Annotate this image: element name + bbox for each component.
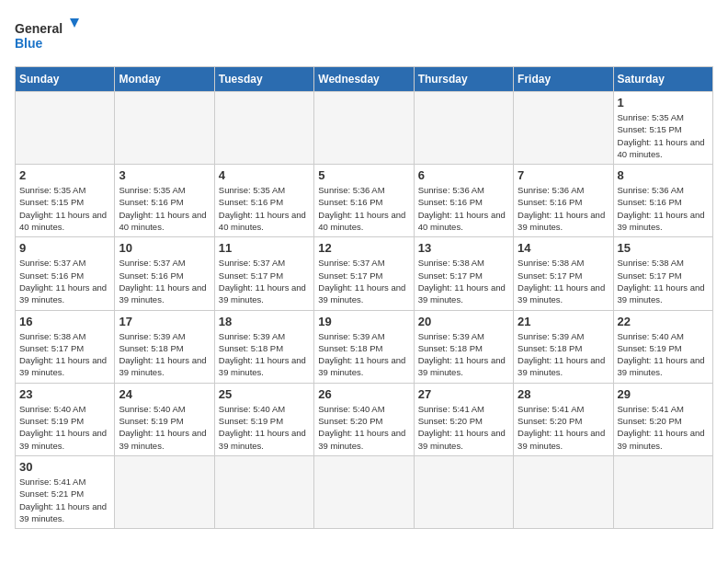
- day-info: Sunrise: 5:41 AMSunset: 5:21 PMDaylight:…: [19, 476, 110, 524]
- day-info: Sunrise: 5:41 AMSunset: 5:20 PMDaylight:…: [618, 403, 709, 452]
- day-number: 19: [318, 315, 409, 328]
- weekday-header-sunday: Sunday: [16, 67, 115, 92]
- calendar-cell: 2Sunrise: 5:35 AMSunset: 5:15 PMDaylight…: [16, 165, 115, 237]
- day-number: 25: [219, 387, 310, 401]
- calendar-cell: [115, 92, 214, 165]
- week-row-5: 30Sunrise: 5:41 AMSunset: 5:21 PMDayligh…: [16, 455, 713, 528]
- day-number: 14: [518, 241, 609, 255]
- calendar-cell: 20Sunrise: 5:39 AMSunset: 5:18 PMDayligh…: [414, 310, 513, 383]
- svg-text:Blue: Blue: [15, 36, 43, 51]
- calendar-cell: 10Sunrise: 5:37 AMSunset: 5:16 PMDayligh…: [115, 237, 214, 310]
- day-info: Sunrise: 5:40 AMSunset: 5:20 PMDaylight:…: [318, 403, 409, 452]
- day-number: 17: [119, 315, 210, 328]
- day-info: Sunrise: 5:35 AMSunset: 5:15 PMDaylight:…: [19, 184, 110, 233]
- calendar-cell: [414, 92, 513, 165]
- day-info: Sunrise: 5:41 AMSunset: 5:20 PMDaylight:…: [418, 403, 509, 452]
- day-number: 20: [418, 315, 509, 328]
- day-number: 5: [318, 168, 409, 182]
- day-info: Sunrise: 5:36 AMSunset: 5:16 PMDaylight:…: [518, 184, 609, 233]
- calendar-cell: 27Sunrise: 5:41 AMSunset: 5:20 PMDayligh…: [414, 383, 513, 455]
- day-number: 9: [19, 241, 110, 255]
- weekday-header-thursday: Thursday: [414, 67, 513, 92]
- logo: General Blue: [15, 15, 79, 55]
- calendar-cell: [514, 455, 613, 528]
- day-number: 26: [318, 387, 409, 401]
- calendar-cell: [214, 455, 313, 528]
- day-number: 1: [618, 96, 709, 109]
- calendar-cell: 9Sunrise: 5:37 AMSunset: 5:16 PMDaylight…: [16, 237, 115, 310]
- calendar-cell: 14Sunrise: 5:38 AMSunset: 5:17 PMDayligh…: [514, 237, 613, 310]
- calendar-cell: [314, 455, 414, 528]
- calendar-cell: [16, 92, 115, 165]
- calendar-cell: [514, 92, 613, 165]
- calendar-cell: 22Sunrise: 5:40 AMSunset: 5:19 PMDayligh…: [613, 310, 712, 383]
- day-info: Sunrise: 5:36 AMSunset: 5:16 PMDaylight:…: [618, 184, 709, 233]
- calendar-cell: [314, 92, 414, 165]
- day-info: Sunrise: 5:39 AMSunset: 5:18 PMDaylight:…: [318, 330, 409, 379]
- calendar-cell: 30Sunrise: 5:41 AMSunset: 5:21 PMDayligh…: [16, 455, 115, 528]
- week-row-1: 2Sunrise: 5:35 AMSunset: 5:15 PMDaylight…: [16, 165, 713, 237]
- calendar-cell: 24Sunrise: 5:40 AMSunset: 5:19 PMDayligh…: [115, 383, 214, 455]
- calendar-cell: 18Sunrise: 5:39 AMSunset: 5:18 PMDayligh…: [214, 310, 313, 383]
- day-info: Sunrise: 5:36 AMSunset: 5:16 PMDaylight:…: [418, 184, 509, 233]
- logo-svg: General Blue: [15, 15, 79, 55]
- day-info: Sunrise: 5:40 AMSunset: 5:19 PMDaylight:…: [618, 330, 709, 379]
- day-number: 7: [518, 168, 609, 182]
- calendar-cell: 7Sunrise: 5:36 AMSunset: 5:16 PMDaylight…: [514, 165, 613, 237]
- day-info: Sunrise: 5:41 AMSunset: 5:20 PMDaylight:…: [518, 403, 609, 452]
- day-info: Sunrise: 5:39 AMSunset: 5:18 PMDaylight:…: [219, 330, 310, 379]
- weekday-header-saturday: Saturday: [613, 67, 712, 92]
- day-number: 28: [518, 387, 609, 401]
- day-info: Sunrise: 5:37 AMSunset: 5:16 PMDaylight:…: [119, 257, 210, 305]
- day-number: 23: [19, 387, 110, 401]
- day-info: Sunrise: 5:38 AMSunset: 5:17 PMDaylight:…: [518, 257, 609, 305]
- calendar-cell: 29Sunrise: 5:41 AMSunset: 5:20 PMDayligh…: [613, 383, 712, 455]
- weekday-header-tuesday: Tuesday: [214, 67, 313, 92]
- calendar-cell: 28Sunrise: 5:41 AMSunset: 5:20 PMDayligh…: [514, 383, 613, 455]
- day-number: 16: [19, 315, 110, 328]
- day-info: Sunrise: 5:39 AMSunset: 5:18 PMDaylight:…: [418, 330, 509, 379]
- day-info: Sunrise: 5:38 AMSunset: 5:17 PMDaylight:…: [618, 257, 709, 305]
- calendar-cell: 12Sunrise: 5:37 AMSunset: 5:17 PMDayligh…: [314, 237, 414, 310]
- day-info: Sunrise: 5:40 AMSunset: 5:19 PMDaylight:…: [19, 403, 110, 452]
- weekday-header-wednesday: Wednesday: [314, 67, 414, 92]
- day-number: 15: [618, 241, 709, 255]
- day-number: 24: [119, 387, 210, 401]
- day-number: 10: [119, 241, 210, 255]
- day-info: Sunrise: 5:39 AMSunset: 5:18 PMDaylight:…: [119, 330, 210, 379]
- day-info: Sunrise: 5:39 AMSunset: 5:18 PMDaylight:…: [518, 330, 609, 379]
- calendar-cell: 26Sunrise: 5:40 AMSunset: 5:20 PMDayligh…: [314, 383, 414, 455]
- day-info: Sunrise: 5:37 AMSunset: 5:17 PMDaylight:…: [318, 257, 409, 305]
- day-info: Sunrise: 5:37 AMSunset: 5:17 PMDaylight:…: [219, 257, 310, 305]
- calendar-cell: [115, 455, 214, 528]
- calendar-cell: [414, 455, 513, 528]
- calendar-cell: 6Sunrise: 5:36 AMSunset: 5:16 PMDaylight…: [414, 165, 513, 237]
- page-header: General Blue: [15, 15, 713, 55]
- day-number: 13: [418, 241, 509, 255]
- calendar-cell: 25Sunrise: 5:40 AMSunset: 5:19 PMDayligh…: [214, 383, 313, 455]
- calendar-cell: 5Sunrise: 5:36 AMSunset: 5:16 PMDaylight…: [314, 165, 414, 237]
- calendar-cell: [214, 92, 313, 165]
- calendar-table: SundayMondayTuesdayWednesdayThursdayFrid…: [15, 66, 713, 529]
- day-number: 4: [219, 168, 310, 182]
- svg-text:General: General: [15, 21, 63, 36]
- day-info: Sunrise: 5:35 AMSunset: 5:16 PMDaylight:…: [119, 184, 210, 233]
- day-number: 6: [418, 168, 509, 182]
- calendar-cell: 11Sunrise: 5:37 AMSunset: 5:17 PMDayligh…: [214, 237, 313, 310]
- calendar-cell: 17Sunrise: 5:39 AMSunset: 5:18 PMDayligh…: [115, 310, 214, 383]
- day-number: 8: [618, 168, 709, 182]
- day-number: 12: [318, 241, 409, 255]
- calendar-cell: 15Sunrise: 5:38 AMSunset: 5:17 PMDayligh…: [613, 237, 712, 310]
- weekday-header-friday: Friday: [514, 67, 613, 92]
- day-number: 22: [618, 315, 709, 328]
- weekday-header-monday: Monday: [115, 67, 214, 92]
- day-info: Sunrise: 5:36 AMSunset: 5:16 PMDaylight:…: [318, 184, 409, 233]
- calendar-cell: 8Sunrise: 5:36 AMSunset: 5:16 PMDaylight…: [613, 165, 712, 237]
- calendar-cell: 16Sunrise: 5:38 AMSunset: 5:17 PMDayligh…: [16, 310, 115, 383]
- week-row-4: 23Sunrise: 5:40 AMSunset: 5:19 PMDayligh…: [16, 383, 713, 455]
- day-info: Sunrise: 5:37 AMSunset: 5:16 PMDaylight:…: [19, 257, 110, 305]
- day-info: Sunrise: 5:35 AMSunset: 5:15 PMDaylight:…: [618, 111, 709, 160]
- week-row-2: 9Sunrise: 5:37 AMSunset: 5:16 PMDaylight…: [16, 237, 713, 310]
- calendar-cell: [613, 455, 712, 528]
- day-number: 27: [418, 387, 509, 401]
